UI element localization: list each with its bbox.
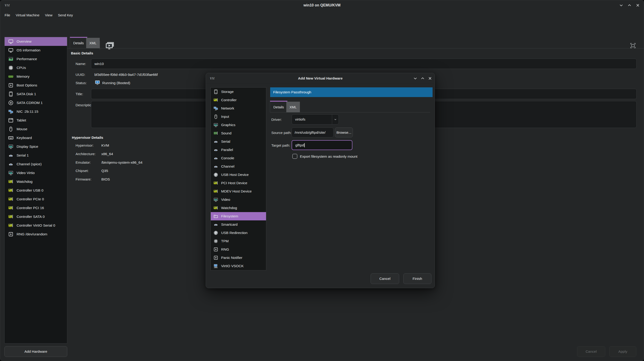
browse-button[interactable]: Browse...	[335, 128, 353, 137]
memory-icon	[8, 74, 14, 79]
sidebar-item-keyboard[interactable]: Keyboard	[4, 134, 67, 142]
sidebar-item-memory[interactable]: Memory	[4, 72, 67, 81]
tab-details[interactable]: Details	[70, 37, 87, 48]
menu-send-key[interactable]: Send Key	[55, 12, 76, 19]
sidebar-item-rng-dev-urandom[interactable]: RNG /dev/urandom	[4, 230, 67, 239]
hardware-type-tpm[interactable]: TPM	[211, 237, 266, 245]
sidebar-item-tablet[interactable]: Tablet	[4, 116, 67, 125]
serial-icon	[213, 139, 218, 144]
dialog-tab-details[interactable]: Details	[270, 101, 288, 112]
minimize-button[interactable]	[618, 2, 625, 9]
virt-manager-window: VM win10 on QEMU/KVM File Virtual Machin…	[0, 0, 644, 361]
hardware-type-pci-host-device[interactable]: PCI Host Device	[211, 179, 266, 187]
dialog-minimize-button[interactable]	[412, 75, 419, 82]
sidebar-item-mouse[interactable]: Mouse	[4, 125, 67, 134]
computer-icon	[213, 263, 218, 268]
sidebar-item-os-information[interactable]: OS information	[4, 46, 67, 55]
name-input[interactable]: win10	[91, 59, 637, 69]
pci-card-icon	[8, 223, 14, 228]
dialog-tab-xml[interactable]: XML	[286, 102, 300, 112]
sidebar-item-sata-disk-1[interactable]: SATA Disk 1	[4, 90, 67, 98]
sidebar-item-video-virtio[interactable]: Video Virtio	[4, 169, 67, 177]
display-color-icon	[8, 144, 14, 149]
hardware-type-graphics[interactable]: Graphics	[211, 121, 266, 129]
serial-icon	[8, 153, 14, 158]
sidebar-item-serial-1[interactable]: Serial 1	[4, 151, 67, 160]
maximize-button[interactable]	[626, 2, 633, 9]
hardware-type-panic-notifier[interactable]: Panic Notifier	[211, 254, 266, 262]
name-label: Name:	[76, 62, 86, 66]
hardware-type-input[interactable]: Input	[211, 113, 266, 121]
menu-file[interactable]: File	[2, 12, 13, 19]
uuid-value: bf3d55ee-f08d-49b3-9a47-7d1f03fae66f	[94, 73, 158, 77]
pci-card-icon	[8, 188, 14, 193]
console-window-button[interactable]	[104, 41, 115, 51]
basic-details-heading: Basic Details	[71, 51, 93, 55]
readonly-checkbox[interactable]	[292, 154, 297, 159]
close-button[interactable]	[634, 2, 641, 9]
toolbar-separator	[100, 41, 100, 50]
driver-combobox[interactable]: virtiofs	[292, 114, 339, 125]
hardware-type-console[interactable]: Console	[211, 154, 266, 162]
dialog-finish-button[interactable]: Finish	[403, 273, 432, 284]
hardware-type-channel[interactable]: Channel	[211, 162, 266, 171]
vm-running-icon	[94, 80, 100, 85]
hardware-type-serial[interactable]: Serial	[211, 137, 266, 146]
display-color-icon	[213, 122, 218, 128]
dialog-close-button[interactable]	[426, 75, 434, 82]
sidebar-item-nic-2b-11-15[interactable]: NIC :2b:11:15	[4, 107, 67, 116]
source-path-label: Source path:	[271, 131, 292, 135]
boot-icon	[213, 255, 218, 260]
main-apply-button[interactable]: Apply	[609, 346, 636, 357]
sidebar-item-controller-virtio-serial-0[interactable]: Controller VirtIO Serial 0	[4, 221, 67, 230]
hardware-type-video[interactable]: Video	[211, 195, 266, 204]
window-title: win10 on QEMU/KVM	[0, 0, 644, 11]
serial-icon	[213, 156, 218, 161]
target-path-label: Target path:	[271, 143, 290, 148]
sidebar-item-sata-cdrom-1[interactable]: SATA CDROM 1	[4, 98, 67, 107]
hardware-type-filesystem[interactable]: Filesystem	[211, 212, 266, 220]
sidebar-item-controller-sata-0[interactable]: Controller SATA 0	[4, 212, 67, 221]
title-label: Title:	[76, 92, 83, 96]
sidebar-item-channel-spice[interactable]: Channel (spice)	[4, 160, 67, 169]
source-path-input[interactable]: /mnt/usb/glftpd/site/	[292, 128, 334, 137]
hardware-type-network[interactable]: Network	[211, 104, 266, 113]
hardware-type-parallel[interactable]: Parallel	[211, 146, 266, 154]
dialog-tab-underline	[270, 112, 430, 113]
sidebar-item-performance[interactable]: Performance	[4, 55, 67, 63]
console-window-icon	[104, 41, 115, 51]
hardware-type-usb-host-device[interactable]: USB Host Device	[211, 171, 266, 179]
menubar: File Virtual Machine View Send Key	[2, 11, 76, 19]
sidebar-item-controller-pci-16[interactable]: Controller PCI 16	[4, 204, 67, 212]
display-color-icon	[213, 197, 218, 202]
sidebar-item-watchdog[interactable]: Watchdog	[4, 177, 67, 186]
sidebar-item-cpus[interactable]: CPUs	[4, 63, 67, 72]
tab-xml[interactable]: XML	[86, 38, 100, 48]
add-hardware-button[interactable]: Add Hardware	[4, 346, 67, 357]
hardware-type-mdev-host-device[interactable]: MDEV Host Device	[211, 187, 266, 195]
hypervisor-details-heading: Hypervisor Details	[72, 136, 103, 140]
dialog-maximize-button[interactable]	[419, 75, 426, 82]
hardware-type-virtio-vsock[interactable]: VirtIO VSOCK	[211, 262, 266, 270]
sidebar-item-controller-pcie-0[interactable]: Controller PCIe 0	[4, 195, 67, 204]
sidebar-item-controller-usb-0[interactable]: Controller USB 0	[4, 186, 67, 195]
target-path-input[interactable]: glftpd	[292, 140, 352, 150]
menu-virtual-machine[interactable]: Virtual Machine	[13, 12, 42, 19]
hardware-type-usb-redirection[interactable]: USB Redirection	[211, 229, 266, 237]
hardware-type-rng[interactable]: RNG	[211, 245, 266, 254]
display-icon	[8, 39, 14, 44]
text-caret	[304, 143, 305, 147]
mouse-icon	[8, 126, 14, 132]
hardware-type-storage[interactable]: Storage	[211, 88, 266, 96]
hardware-type-smartcard[interactable]: Smartcard	[211, 220, 266, 229]
hardware-type-controller[interactable]: Controller	[211, 96, 266, 104]
sidebar-item-boot-options[interactable]: Boot Options	[4, 81, 67, 90]
dialog-cancel-button[interactable]: Cancel	[370, 273, 399, 284]
sound-card-icon	[213, 131, 218, 136]
hardware-type-watchdog[interactable]: Watchdog	[211, 204, 266, 212]
sidebar-item-display-spice[interactable]: Display Spice	[4, 142, 67, 151]
sidebar-item-overview[interactable]: Overview	[4, 37, 67, 46]
hardware-type-sound[interactable]: Sound	[211, 129, 266, 137]
main-cancel-button[interactable]: Cancel	[577, 346, 605, 357]
menu-view[interactable]: View	[42, 12, 55, 19]
